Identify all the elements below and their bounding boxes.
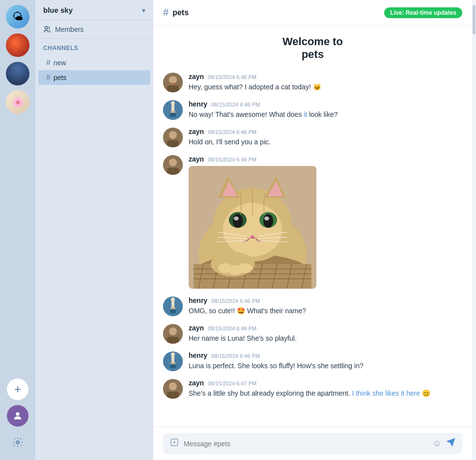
- message-time-1: 08/15/2024 6:46 PM: [208, 74, 256, 80]
- channel-name-pets: pets: [54, 74, 66, 81]
- message-group-3: zayn 08/15/2024 6:46 PM Hold on, I'll se…: [163, 128, 462, 147]
- chat-body[interactable]: Welcome to pets zayn 08/15/2024 6:4: [153, 26, 472, 427]
- message-time-6: 08/15/2024 6:46 PM: [208, 325, 256, 331]
- message-meta-2: henry 08/15/2024 6:46 PM: [189, 100, 462, 108]
- add-server-button[interactable]: +: [7, 379, 28, 400]
- icon-bar-bottom: +: [7, 379, 28, 460]
- svg-rect-72: [167, 392, 179, 399]
- members-icon: [43, 26, 51, 33]
- message-meta-1: zayn 08/15/2024 6:46 PM: [189, 73, 462, 81]
- svg-rect-7: [170, 83, 175, 85]
- message-author-1: zayn: [189, 73, 204, 81]
- message-time-2: 08/15/2024 6:46 PM: [211, 102, 260, 108]
- message-text-2: No way! That's awesome! What does it loo…: [189, 109, 462, 120]
- server-icon-2[interactable]: [6, 33, 29, 57]
- svg-point-11: [171, 101, 175, 105]
- svg-point-63: [169, 327, 177, 335]
- chat-header: # pets Live: Real-time updates: [153, 0, 472, 26]
- message-group-4: zayn 08/15/2024 6:46 PM: [163, 155, 462, 289]
- channel-item-new[interactable]: # new: [38, 55, 150, 70]
- svg-rect-9: [171, 104, 174, 111]
- svg-rect-66: [171, 355, 174, 362]
- message-time-7: 08/15/2024 6:46 PM: [211, 353, 260, 359]
- svg-point-44: [263, 214, 273, 228]
- message-time-3: 08/15/2024 6:46 PM: [208, 129, 256, 135]
- input-wrapper: ☺: [163, 433, 462, 454]
- svg-rect-58: [171, 300, 174, 307]
- message-author-3: zayn: [189, 128, 204, 135]
- hash-icon-pets: #: [46, 73, 51, 82]
- avatar-henry-2: [163, 100, 183, 120]
- message-group-6: zayn 08/15/2024 6:46 PM Her name is Luna…: [163, 324, 462, 344]
- scrollbar[interactable]: [472, 0, 476, 460]
- svg-point-17: [169, 159, 177, 166]
- avatar-zayn-8: [163, 379, 183, 399]
- svg-rect-64: [167, 337, 179, 344]
- channel-hash-icon: #: [163, 7, 168, 18]
- hash-icon-new: #: [46, 58, 51, 67]
- channel-item-pets[interactable]: # pets: [38, 70, 150, 85]
- channel-name-new: new: [54, 59, 66, 67]
- workspace-name: blue sky: [43, 6, 73, 14]
- avatar-henry-7: [163, 352, 183, 371]
- scrollbar-thumb[interactable]: [473, 5, 476, 34]
- svg-marker-77: [448, 439, 455, 446]
- svg-point-2: [45, 27, 47, 29]
- message-meta-4: zayn 08/15/2024 6:46 PM: [189, 155, 462, 163]
- svg-point-60: [171, 298, 175, 301]
- message-text-3: Hold on, I'll send you a pic.: [189, 137, 462, 147]
- message-content-4: zayn 08/15/2024 6:46 PM: [189, 155, 462, 289]
- svg-point-0: [16, 412, 19, 416]
- chat-input-bar: ☺: [153, 427, 472, 460]
- message-text-8: She's a little shy but already exploring…: [189, 388, 462, 399]
- svg-point-14: [169, 131, 177, 139]
- svg-point-45: [264, 216, 269, 220]
- svg-rect-15: [167, 140, 179, 147]
- avatar-henry-5: [163, 297, 183, 316]
- input-actions: ☺: [433, 438, 455, 449]
- message-meta-7: henry 08/15/2024 6:46 PM: [189, 352, 462, 359]
- message-meta-5: henry 08/15/2024 6:46 PM: [189, 297, 462, 304]
- message-meta-6: zayn 08/15/2024 6:46 PM: [189, 324, 462, 332]
- icon-bar: 🌤 🌸 +: [0, 0, 35, 460]
- server-icon-blue-sky[interactable]: 🌤: [6, 5, 29, 28]
- message-text-7: Luna is perfect. She looks so fluffy! Ho…: [189, 361, 462, 371]
- channel-header-name: pets: [172, 8, 189, 17]
- channels-label: CHANNELS: [35, 45, 153, 55]
- emoji-icon[interactable]: ☺: [433, 438, 442, 449]
- svg-point-1: [16, 441, 19, 444]
- avatar-zayn-6: [163, 324, 183, 344]
- server-icon-4[interactable]: 🌸: [6, 90, 29, 114]
- avatar-zayn-1: [163, 73, 183, 92]
- avatar-zayn-3: [163, 128, 183, 147]
- attach-icon[interactable]: [170, 438, 179, 449]
- message-text-1: Hey, guess what? I adopted a cat today! …: [189, 82, 462, 92]
- message-text-5: OMG, so cute!! 🤩 What's their name?: [189, 306, 462, 316]
- cat-photo: [189, 166, 316, 289]
- members-button[interactable]: Members: [35, 21, 153, 39]
- message-author-5: henry: [189, 297, 207, 304]
- message-author-6: zayn: [189, 324, 204, 332]
- message-input[interactable]: [184, 440, 428, 448]
- message-time-5: 08/15/2024 6:46 PM: [211, 298, 260, 304]
- workspace-dropdown-icon[interactable]: ▾: [142, 6, 145, 14]
- server-icon-3[interactable]: [6, 62, 29, 85]
- settings-button[interactable]: [7, 432, 28, 453]
- message-author-4: zayn: [189, 155, 204, 163]
- message-text-6: Her name is Luna! She's so playful.: [189, 333, 462, 344]
- message-time-8: 08/15/2024 6:47 PM: [208, 380, 256, 386]
- main-chat: # pets Live: Real-time updates Welcome t…: [153, 0, 472, 460]
- message-content-2: henry 08/15/2024 6:46 PM No way! That's …: [189, 100, 462, 120]
- message-group-7: henry 08/15/2024 6:46 PM Luna is perfect…: [163, 352, 462, 371]
- svg-rect-12: [170, 113, 176, 117]
- welcome-header: Welcome to pets: [163, 35, 462, 61]
- message-content-6: zayn 08/15/2024 6:46 PM Her name is Luna…: [189, 324, 462, 344]
- svg-rect-61: [170, 309, 176, 313]
- svg-point-68: [171, 352, 175, 356]
- message-content-8: zayn 08/15/2024 6:47 PM She's a little s…: [189, 379, 462, 399]
- message-content-5: henry 08/15/2024 6:46 PM OMG, so cute!! …: [189, 297, 462, 316]
- user-profile-button[interactable]: [7, 405, 28, 427]
- message-author-7: henry: [189, 352, 207, 359]
- message-group-5: henry 08/15/2024 6:46 PM OMG, so cute!! …: [163, 297, 462, 316]
- send-icon[interactable]: [447, 438, 455, 449]
